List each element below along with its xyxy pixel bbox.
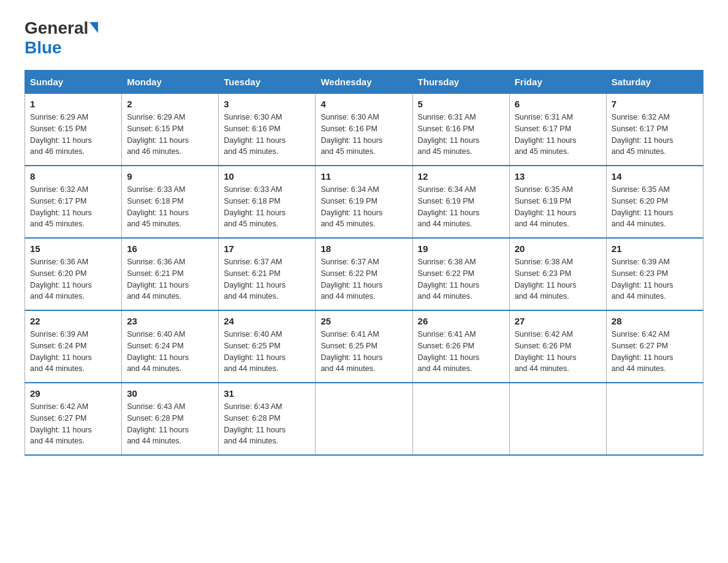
day-number: 4 <box>320 99 407 109</box>
day-info: Sunrise: 6:34 AMSunset: 6:19 PMDaylight:… <box>320 184 407 230</box>
day-number: 13 <box>515 171 601 182</box>
day-info: Sunrise: 6:32 AMSunset: 6:17 PMDaylight:… <box>30 184 116 230</box>
day-number: 16 <box>127 243 213 254</box>
day-cell: 5Sunrise: 6:31 AMSunset: 6:16 PMDaylight… <box>412 94 509 166</box>
day-cell: 14Sunrise: 6:35 AMSunset: 6:20 PMDayligh… <box>606 166 703 238</box>
day-info: Sunrise: 6:31 AMSunset: 6:16 PMDaylight:… <box>418 112 504 158</box>
calendar-header: SundayMondayTuesdayWednesdayThursdayFrid… <box>25 71 703 94</box>
day-cell: 15Sunrise: 6:36 AMSunset: 6:20 PMDayligh… <box>25 238 122 310</box>
day-info: Sunrise: 6:40 AMSunset: 6:25 PMDaylight:… <box>224 329 310 375</box>
day-number: 14 <box>612 171 698 182</box>
day-cell <box>316 383 412 455</box>
day-number: 28 <box>612 316 698 326</box>
day-cell: 26Sunrise: 6:41 AMSunset: 6:26 PMDayligh… <box>412 310 509 383</box>
day-cell: 19Sunrise: 6:38 AMSunset: 6:22 PMDayligh… <box>412 238 509 310</box>
day-info: Sunrise: 6:43 AMSunset: 6:28 PMDaylight:… <box>127 401 213 447</box>
day-cell <box>412 383 509 455</box>
week-row-3: 15Sunrise: 6:36 AMSunset: 6:20 PMDayligh… <box>25 238 703 310</box>
day-number: 22 <box>30 316 116 326</box>
day-number: 21 <box>612 243 698 254</box>
day-number: 6 <box>515 99 601 109</box>
day-info: Sunrise: 6:31 AMSunset: 6:17 PMDaylight:… <box>515 112 601 158</box>
header-day-thursday: Thursday <box>412 71 509 94</box>
day-info: Sunrise: 6:34 AMSunset: 6:19 PMDaylight:… <box>418 184 504 230</box>
day-info: Sunrise: 6:33 AMSunset: 6:18 PMDaylight:… <box>224 184 310 230</box>
header-day-wednesday: Wednesday <box>316 71 412 94</box>
day-cell: 22Sunrise: 6:39 AMSunset: 6:24 PMDayligh… <box>25 310 122 383</box>
day-info: Sunrise: 6:38 AMSunset: 6:22 PMDaylight:… <box>418 256 504 302</box>
day-info: Sunrise: 6:37 AMSunset: 6:22 PMDaylight:… <box>320 256 407 302</box>
day-cell: 2Sunrise: 6:29 AMSunset: 6:15 PMDaylight… <box>122 94 219 166</box>
logo-text: General <box>25 18 98 38</box>
logo-general-text: General <box>25 18 88 38</box>
day-info: Sunrise: 6:35 AMSunset: 6:20 PMDaylight:… <box>612 184 698 230</box>
day-cell: 29Sunrise: 6:42 AMSunset: 6:27 PMDayligh… <box>25 383 122 455</box>
day-info: Sunrise: 6:41 AMSunset: 6:26 PMDaylight:… <box>418 329 504 375</box>
day-cell: 13Sunrise: 6:35 AMSunset: 6:19 PMDayligh… <box>509 166 606 238</box>
day-number: 18 <box>320 243 407 254</box>
header-day-saturday: Saturday <box>606 71 703 94</box>
day-cell: 11Sunrise: 6:34 AMSunset: 6:19 PMDayligh… <box>316 166 412 238</box>
day-cell: 16Sunrise: 6:36 AMSunset: 6:21 PMDayligh… <box>122 238 219 310</box>
day-cell: 28Sunrise: 6:42 AMSunset: 6:27 PMDayligh… <box>606 310 703 383</box>
day-cell: 23Sunrise: 6:40 AMSunset: 6:24 PMDayligh… <box>122 310 219 383</box>
day-cell: 10Sunrise: 6:33 AMSunset: 6:18 PMDayligh… <box>219 166 316 238</box>
day-number: 7 <box>612 99 698 109</box>
calendar-body: 1Sunrise: 6:29 AMSunset: 6:15 PMDaylight… <box>25 94 703 456</box>
day-info: Sunrise: 6:39 AMSunset: 6:23 PMDaylight:… <box>612 256 698 302</box>
week-row-4: 22Sunrise: 6:39 AMSunset: 6:24 PMDayligh… <box>25 310 703 383</box>
day-info: Sunrise: 6:36 AMSunset: 6:20 PMDaylight:… <box>30 256 116 302</box>
logo: General Blue <box>25 18 98 58</box>
day-number: 12 <box>418 171 504 182</box>
week-row-1: 1Sunrise: 6:29 AMSunset: 6:15 PMDaylight… <box>25 94 703 166</box>
day-number: 3 <box>224 99 310 109</box>
day-number: 19 <box>418 243 504 254</box>
day-cell: 20Sunrise: 6:38 AMSunset: 6:23 PMDayligh… <box>509 238 606 310</box>
day-info: Sunrise: 6:42 AMSunset: 6:27 PMDaylight:… <box>612 329 698 375</box>
day-number: 5 <box>418 99 504 109</box>
day-cell: 1Sunrise: 6:29 AMSunset: 6:15 PMDaylight… <box>25 94 122 166</box>
day-info: Sunrise: 6:30 AMSunset: 6:16 PMDaylight:… <box>224 112 310 158</box>
day-info: Sunrise: 6:30 AMSunset: 6:16 PMDaylight:… <box>320 112 407 158</box>
day-info: Sunrise: 6:29 AMSunset: 6:15 PMDaylight:… <box>127 112 213 158</box>
calendar-table: SundayMondayTuesdayWednesdayThursdayFrid… <box>25 70 703 456</box>
day-cell: 12Sunrise: 6:34 AMSunset: 6:19 PMDayligh… <box>412 166 509 238</box>
day-number: 9 <box>127 171 213 182</box>
header-row: SundayMondayTuesdayWednesdayThursdayFrid… <box>25 71 703 94</box>
page-header: General Blue <box>25 18 703 58</box>
day-info: Sunrise: 6:40 AMSunset: 6:24 PMDaylight:… <box>127 329 213 375</box>
day-number: 30 <box>127 388 213 399</box>
day-info: Sunrise: 6:41 AMSunset: 6:25 PMDaylight:… <box>320 329 407 375</box>
day-info: Sunrise: 6:29 AMSunset: 6:15 PMDaylight:… <box>30 112 116 158</box>
header-day-sunday: Sunday <box>25 71 122 94</box>
day-cell: 7Sunrise: 6:32 AMSunset: 6:17 PMDaylight… <box>606 94 703 166</box>
day-number: 23 <box>127 316 213 326</box>
day-number: 10 <box>224 171 310 182</box>
header-day-tuesday: Tuesday <box>219 71 316 94</box>
day-number: 1 <box>30 99 116 109</box>
day-cell: 30Sunrise: 6:43 AMSunset: 6:28 PMDayligh… <box>122 383 219 455</box>
day-number: 29 <box>30 388 116 399</box>
week-row-2: 8Sunrise: 6:32 AMSunset: 6:17 PMDaylight… <box>25 166 703 238</box>
header-day-friday: Friday <box>509 71 606 94</box>
day-number: 8 <box>30 171 116 182</box>
day-cell: 25Sunrise: 6:41 AMSunset: 6:25 PMDayligh… <box>316 310 412 383</box>
day-cell: 27Sunrise: 6:42 AMSunset: 6:26 PMDayligh… <box>509 310 606 383</box>
day-number: 2 <box>127 99 213 109</box>
day-number: 27 <box>515 316 601 326</box>
day-info: Sunrise: 6:39 AMSunset: 6:24 PMDaylight:… <box>30 329 116 375</box>
day-cell: 17Sunrise: 6:37 AMSunset: 6:21 PMDayligh… <box>219 238 316 310</box>
logo-arrow-icon <box>89 22 98 33</box>
day-info: Sunrise: 6:36 AMSunset: 6:21 PMDaylight:… <box>127 256 213 302</box>
day-info: Sunrise: 6:32 AMSunset: 6:17 PMDaylight:… <box>612 112 698 158</box>
day-cell: 6Sunrise: 6:31 AMSunset: 6:17 PMDaylight… <box>509 94 606 166</box>
day-cell: 9Sunrise: 6:33 AMSunset: 6:18 PMDaylight… <box>122 166 219 238</box>
day-info: Sunrise: 6:42 AMSunset: 6:26 PMDaylight:… <box>515 329 601 375</box>
header-day-monday: Monday <box>122 71 219 94</box>
day-cell <box>509 383 606 455</box>
day-info: Sunrise: 6:42 AMSunset: 6:27 PMDaylight:… <box>30 401 116 447</box>
day-info: Sunrise: 6:35 AMSunset: 6:19 PMDaylight:… <box>515 184 601 230</box>
day-number: 20 <box>515 243 601 254</box>
week-row-5: 29Sunrise: 6:42 AMSunset: 6:27 PMDayligh… <box>25 383 703 455</box>
day-info: Sunrise: 6:33 AMSunset: 6:18 PMDaylight:… <box>127 184 213 230</box>
